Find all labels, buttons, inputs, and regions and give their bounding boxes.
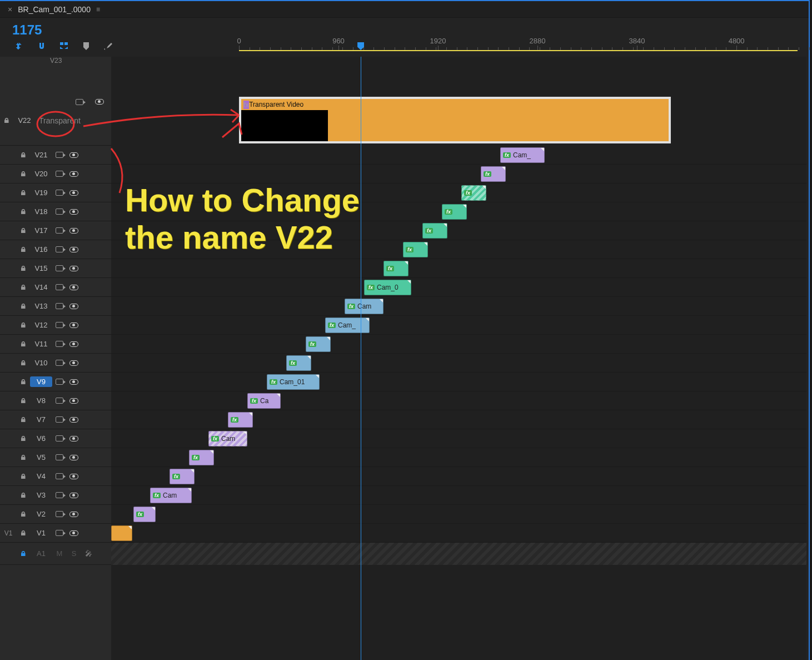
- track-target-v4[interactable]: V4: [30, 471, 52, 482]
- track-target-v15[interactable]: V15: [30, 263, 52, 274]
- track-target-v1[interactable]: V1: [30, 528, 52, 538]
- track-lane-v12[interactable]: fxCam_: [111, 316, 806, 335]
- track-header-v22[interactable]: 🔒︎ V22 Transparent: [0, 96, 111, 146]
- track-lane-v17[interactable]: fx: [111, 221, 806, 240]
- track-content-v22[interactable]: fx Transparent Video: [111, 96, 806, 146]
- track-target-v3[interactable]: V3: [30, 490, 52, 500]
- sync-lock-icon[interactable]: [52, 227, 67, 234]
- track-lane-v20[interactable]: fx: [111, 165, 806, 183]
- clip[interactable]: fxCam_: [325, 317, 370, 333]
- sync-lock-icon[interactable]: [52, 454, 67, 460]
- track-header-v12[interactable]: 🔒︎ V12: [0, 316, 111, 335]
- panel-menu-icon[interactable]: ≡: [93, 6, 99, 13]
- track-target-v20[interactable]: V20: [30, 168, 52, 179]
- track-lane-v7[interactable]: fx: [111, 410, 806, 429]
- track-header-v14[interactable]: 🔒︎ V14: [0, 278, 111, 297]
- lock-icon[interactable]: 🔒︎: [0, 117, 13, 125]
- time-ruler[interactable]: 09601920288038404800: [239, 37, 798, 51]
- track-lane-v13[interactable]: fxCam: [111, 297, 806, 316]
- clip[interactable]: fx: [286, 355, 311, 371]
- track-visibility-icon[interactable]: [67, 152, 81, 158]
- clip[interactable]: fx: [189, 450, 214, 465]
- track-id-label[interactable]: V22: [13, 115, 36, 126]
- clip-transparent-video[interactable]: fx Transparent Video: [239, 97, 671, 143]
- track-lane-v21[interactable]: fxCam_: [111, 146, 806, 165]
- track-visibility-icon[interactable]: [67, 417, 81, 423]
- track-visibility-icon[interactable]: [67, 228, 81, 234]
- track-lane-v19[interactable]: fx: [111, 183, 806, 202]
- playhead-line[interactable]: [361, 57, 361, 660]
- sync-lock-icon[interactable]: [52, 360, 67, 366]
- track-target-v10[interactable]: V10: [30, 358, 52, 368]
- track-visibility-icon[interactable]: [67, 530, 81, 536]
- clip[interactable]: fxCam_01: [267, 374, 320, 390]
- sync-lock-icon[interactable]: [52, 265, 67, 271]
- lock-icon[interactable]: 🔒︎: [17, 208, 30, 216]
- lock-icon[interactable]: 🔒︎: [17, 529, 30, 537]
- snap-icon[interactable]: [37, 41, 47, 51]
- track-visibility-icon[interactable]: [67, 322, 81, 328]
- settings-icon[interactable]: [103, 41, 113, 51]
- lock-icon[interactable]: 🔒︎: [17, 454, 30, 461]
- track-header-v21[interactable]: 🔒︎ V21: [0, 146, 111, 165]
- track-header-v9[interactable]: 🔒︎ V9: [0, 373, 111, 391]
- clip[interactable]: fxCam: [150, 488, 192, 503]
- sync-lock-icon[interactable]: [52, 284, 67, 290]
- lock-icon[interactable]: 🔒︎: [17, 302, 30, 310]
- track-lane-v4[interactable]: fx: [111, 467, 806, 486]
- track-lane-v10[interactable]: fx: [111, 354, 806, 373]
- clip[interactable]: fx: [403, 242, 428, 257]
- clip[interactable]: fx: [306, 336, 331, 352]
- ruler-area[interactable]: 09601920288038404800: [239, 18, 809, 57]
- sync-lock-icon[interactable]: [52, 473, 67, 479]
- track-header-v15[interactable]: 🔒︎ V15: [0, 259, 111, 278]
- playhead-timecode[interactable]: 1175: [7, 21, 232, 41]
- clip[interactable]: fx: [383, 261, 409, 276]
- sync-lock-icon[interactable]: [52, 152, 67, 158]
- track-target-v9[interactable]: V9: [30, 376, 52, 387]
- track-visibility-icon[interactable]: [67, 285, 81, 290]
- track-visibility-icon[interactable]: [67, 379, 81, 385]
- lock-icon[interactable]: 🔒︎: [17, 189, 30, 197]
- solo-button[interactable]: S: [67, 549, 81, 558]
- lock-icon[interactable]: 🔒︎: [17, 170, 30, 178]
- lock-icon[interactable]: 🔒︎: [17, 550, 30, 558]
- track-visibility-icon[interactable]: [67, 209, 81, 215]
- track-target-v14[interactable]: V14: [30, 282, 52, 292]
- sync-lock-icon[interactable]: [52, 435, 67, 441]
- track-visibility-icon[interactable]: [67, 436, 81, 441]
- track-name-label[interactable]: Transparent: [36, 116, 81, 125]
- lock-icon[interactable]: 🔒︎: [17, 151, 30, 159]
- lock-icon[interactable]: 🔒︎: [17, 227, 30, 235]
- track-target-v11[interactable]: V11: [30, 339, 52, 349]
- track-header-v8[interactable]: 🔒︎ V8: [0, 391, 111, 410]
- sync-lock-icon[interactable]: [52, 492, 67, 498]
- sequence-tab-title[interactable]: BR_Cam_001_.0000: [16, 5, 93, 14]
- clip[interactable]: fxCam_0: [364, 280, 411, 295]
- track-header-v2[interactable]: 🔒︎ V2: [0, 505, 111, 524]
- sync-lock-icon[interactable]: [52, 190, 67, 196]
- track-target-v8[interactable]: V8: [30, 395, 52, 406]
- track-header-v4[interactable]: 🔒︎ V4: [0, 467, 111, 486]
- audio-track-header[interactable]: 🔒︎ A1 M S 🎤︎: [0, 543, 111, 565]
- track-lane-v6[interactable]: fxCam: [111, 429, 806, 448]
- track-visibility-icon[interactable]: [67, 171, 81, 177]
- track-header-v3[interactable]: 🔒︎ V3: [0, 486, 111, 505]
- track-header-v11[interactable]: 🔒︎ V11: [0, 335, 111, 354]
- track-target-v7[interactable]: V7: [30, 414, 52, 425]
- track-visibility-icon[interactable]: [67, 474, 81, 479]
- clip[interactable]: fx: [481, 166, 506, 182]
- track-header-v7[interactable]: 🔒︎ V7: [0, 410, 111, 429]
- track-lane-v3[interactable]: fxCam: [111, 486, 806, 505]
- sync-lock-icon[interactable]: [52, 530, 67, 536]
- track-target-v2[interactable]: V2: [30, 509, 52, 519]
- track-target-v13[interactable]: V13: [30, 301, 52, 311]
- marker-icon[interactable]: [81, 41, 91, 51]
- track-lane-v11[interactable]: fx: [111, 335, 806, 354]
- audio-track-label[interactable]: A1: [30, 548, 52, 559]
- track-lane-v18[interactable]: fx: [111, 202, 806, 221]
- track-lane-v2[interactable]: fx: [111, 505, 806, 524]
- track-target-v21[interactable]: V21: [30, 150, 52, 160]
- sync-lock-icon[interactable]: [52, 416, 67, 423]
- sync-lock-icon[interactable]: [52, 303, 67, 309]
